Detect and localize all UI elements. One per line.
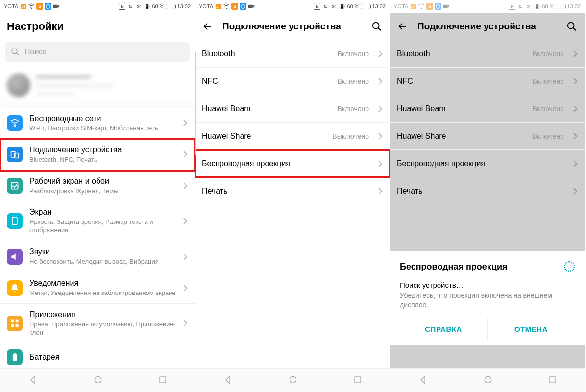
cancel-button[interactable]: ОТМЕНА (488, 318, 575, 340)
row-notifications[interactable]: Уведомления Метки, Уведомления на заблок… (0, 272, 195, 304)
search-button[interactable] (566, 21, 578, 32)
row-battery[interactable]: Батарея (0, 343, 195, 368)
bluetooth-icon: ✻ (525, 3, 532, 10)
svg-rect-13 (13, 354, 17, 361)
row-status: Включено (532, 77, 564, 85)
row-wireless-projection[interactable]: Беспроводная проекция (195, 150, 390, 177)
apps-icon (7, 316, 23, 331)
search-icon (11, 48, 20, 56)
row-bluetooth[interactable]: Bluetooth Включено (195, 40, 390, 68)
nav-back[interactable] (28, 375, 38, 387)
svg-rect-14 (14, 353, 15, 354)
screen-device-connectivity: YOTA 📶 S ◯ N ⇅ ✻ 📳 60 % 13:02 Подключени… (195, 0, 390, 392)
screen-projection-dialog: YOTA 📶 S ◯ N ⇅ ✻ 📳 60 % 13:02 Подключени… (390, 0, 585, 392)
nav-recent[interactable] (548, 375, 557, 386)
svg-point-4 (14, 126, 16, 127)
row-status: Выключено (332, 132, 369, 140)
row-status: Включено (337, 105, 369, 113)
chevron-right-icon (378, 160, 383, 168)
svg-line-20 (378, 28, 381, 31)
row-status: Включено (532, 105, 564, 113)
projection-sheet: Беспроводная проекция Поиск устройств… У… (390, 251, 585, 345)
nav-home[interactable] (288, 375, 298, 387)
row-subtitle: Права, Приложения по умолчанию, Приложен… (29, 320, 176, 337)
row-status: Включено (532, 132, 564, 140)
row-subtitle: Метки, Уведомления на заблокированном эк… (29, 289, 176, 297)
row-status: Включено (337, 77, 369, 85)
row-home-wallpaper[interactable]: Рабочий экран и обои Разблокировка Журна… (0, 171, 195, 202)
row-status: Включено (337, 50, 369, 58)
svg-rect-18 (248, 5, 253, 8)
nav-home[interactable] (483, 375, 493, 387)
row-huawei-share[interactable]: Huawei Share Выключено (195, 122, 390, 150)
row-subtitle: Яркость, Защита зрения, Размер текста и … (29, 218, 176, 235)
nav-back[interactable] (418, 375, 428, 387)
bluetooth-icon: ✻ (135, 3, 142, 10)
row-huawei-share: Huawei Share Включено (390, 122, 585, 150)
status-bar: YOTA 📶 S ◯ N ⇅ ✻ 📳 60 % 13:02 (195, 0, 390, 13)
svg-point-25 (568, 23, 574, 29)
svg-point-0 (31, 8, 32, 9)
svg-point-23 (421, 8, 422, 9)
svg-point-2 (12, 49, 17, 54)
row-title: Экран (29, 207, 176, 217)
profile-section[interactable]: ——————— —————————————————— (0, 68, 195, 108)
svg-rect-9 (11, 319, 14, 322)
vibrate-icon: 📳 (339, 3, 345, 10)
chevron-right-icon (573, 105, 578, 113)
row-subtitle: Wi-Fi, Настройки SIM-карт, Мобильная сет… (29, 124, 176, 133)
nav-recent[interactable] (353, 375, 362, 386)
svg-rect-28 (550, 377, 556, 383)
status-bar: YOTA 📶 S ◯ N ⇅ ✻ 📳 60 % 13:02 (390, 0, 585, 13)
svg-rect-11 (11, 324, 14, 327)
nav-home[interactable] (93, 375, 103, 387)
navigation-bar (195, 368, 390, 392)
row-wireless[interactable]: Беспроводные сети Wi-Fi, Настройки SIM-к… (0, 108, 195, 139)
clock: 13:02 (372, 3, 386, 9)
row-label: NFC (202, 76, 330, 86)
svg-rect-24 (443, 5, 448, 8)
svg-rect-22 (355, 377, 361, 383)
row-sounds[interactable]: Звуки Не беспокоить, Мелодия вызова, Виб… (0, 241, 195, 272)
row-print[interactable]: Печать (195, 177, 390, 205)
row-label: Беспроводная проекция (397, 159, 566, 169)
search-input[interactable]: Поиск (5, 42, 190, 62)
svg-rect-12 (16, 324, 19, 327)
chevron-right-icon (183, 319, 188, 327)
back-button[interactable] (397, 21, 409, 32)
signal-icon: 📶 (410, 3, 416, 10)
row-display[interactable]: Экран Яркость, Защита зрения, Размер тек… (0, 201, 195, 241)
nfc-icon: N (119, 3, 125, 10)
row-device-connectivity[interactable]: Подключение устройства Bluetooth, NFC, П… (0, 139, 195, 171)
chevron-right-icon (378, 77, 383, 85)
svg-line-26 (573, 28, 576, 31)
back-button[interactable] (202, 21, 214, 32)
display-icon (7, 213, 23, 229)
connectivity-list-dimmed: Bluetooth Включено NFC Включено Huawei B… (390, 40, 585, 368)
status-app-icon-2: ◯ (45, 3, 51, 10)
row-subtitle: Bluetooth, NFC, Печать (29, 156, 176, 164)
signal-icon: 📶 (215, 3, 221, 10)
nav-recent[interactable] (158, 375, 167, 386)
chevron-right-icon (183, 217, 188, 225)
vibrate-icon: 📳 (534, 3, 540, 10)
nav-back[interactable] (223, 375, 233, 387)
row-nfc[interactable]: NFC Включено (195, 68, 390, 95)
connectivity-icon (7, 147, 23, 162)
row-subtitle: Не беспокоить, Мелодия вызова, Вибрация (29, 258, 176, 266)
bluetooth-icon: ✻ (330, 3, 337, 10)
vibrate-icon: 📳 (144, 3, 150, 10)
chevron-right-icon (378, 105, 383, 113)
nfc-icon: N (314, 3, 320, 10)
row-huawei-beam[interactable]: Huawei Beam Включено (195, 95, 390, 122)
row-label: Huawei Beam (397, 104, 525, 114)
help-button[interactable]: СПРАВКА (400, 318, 488, 340)
svg-point-27 (485, 376, 491, 383)
clock: 13:02 (567, 3, 581, 9)
row-label: Bluetooth (202, 49, 330, 59)
battery-label: 60 % (347, 3, 359, 9)
nfc-icon: N (509, 3, 515, 10)
search-button[interactable] (371, 21, 383, 32)
row-apps[interactable]: Приложения Права, Приложения по умолчани… (0, 304, 195, 343)
header: Настройки (0, 13, 195, 40)
